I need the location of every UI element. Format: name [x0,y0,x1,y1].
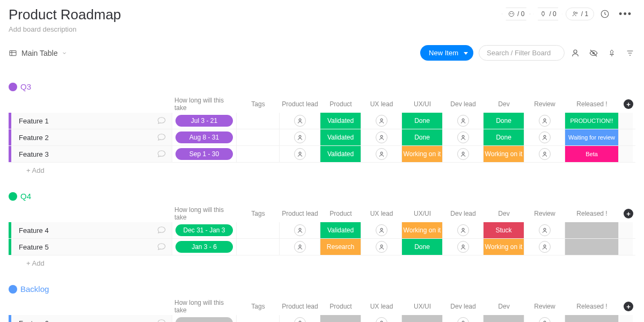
row-name-cell[interactable]: Feature 1 [11,113,172,129]
column-header[interactable]: How long will this take [172,205,237,222]
pin-button[interactable] [606,48,617,58]
filter-button[interactable] [625,48,635,58]
person-cell[interactable] [443,315,484,322]
column-header[interactable]: Tags [237,302,280,311]
status-cell[interactable]: Working on it [484,146,524,162]
status-cell[interactable]: Research [320,239,361,255]
collapse-toggle[interactable] [9,285,17,294]
person-cell[interactable] [524,146,565,162]
item-name[interactable]: Feature 4 [19,226,49,235]
status-cell[interactable]: Validated [320,129,361,145]
item-name[interactable]: Feature 5 [19,243,49,251]
person-cell[interactable] [280,129,320,145]
column-header[interactable]: UX lead [361,209,402,218]
column-header[interactable]: Product lead [280,209,320,218]
board-description[interactable]: Add board description [9,25,635,33]
item-name[interactable]: Feature 1 [19,117,49,125]
group-title[interactable]: Q4 [20,192,31,201]
column-header[interactable]: Review [524,302,565,311]
column-header[interactable]: How long will this take [172,96,237,113]
activity-button[interactable] [597,6,612,21]
person-cell[interactable] [361,129,402,145]
status-cell[interactable] [565,222,619,238]
collapse-toggle[interactable] [9,192,17,201]
person-cell[interactable] [280,239,320,255]
column-header[interactable]: Released ! [565,99,619,109]
row-name-cell[interactable]: Feature 4 [11,222,172,238]
view-selector[interactable]: Main Table [9,49,67,57]
tags-cell[interactable] [237,315,280,322]
duration-cell[interactable]: Sep 1 - 30 [172,146,237,162]
row-name-cell[interactable]: Feature 6 [11,315,172,322]
status-cell[interactable]: Beta [565,146,619,162]
column-header[interactable]: Dev lead [443,209,484,218]
chat-icon[interactable] [157,225,172,236]
status-cell[interactable] [402,315,443,322]
status-cell[interactable] [484,315,524,322]
add-row[interactable]: + Add [9,163,635,178]
duration-cell[interactable]: Jan 3 - 6 [172,239,237,255]
column-header[interactable]: How long will this take [172,298,237,315]
person-filter-button[interactable] [570,48,581,58]
person-cell[interactable] [361,146,402,162]
column-header[interactable]: Dev lead [443,302,484,311]
chat-icon[interactable] [157,132,172,143]
more-menu[interactable]: ••• [616,9,635,20]
tags-cell[interactable] [237,113,280,129]
status-cell[interactable] [565,239,619,255]
tags-cell[interactable] [237,129,280,145]
collapse-toggle[interactable] [9,83,17,91]
person-cell[interactable] [280,113,320,129]
column-header[interactable]: Review [524,209,565,218]
person-cell[interactable] [524,222,565,238]
column-header[interactable]: Product [320,99,361,109]
column-header[interactable]: Dev [484,99,524,109]
column-header[interactable]: Dev [484,302,524,311]
status-cell[interactable]: Done [402,129,443,145]
column-header[interactable]: Released ! [565,302,619,311]
person-cell[interactable] [361,315,402,322]
person-cell[interactable] [361,222,402,238]
members-chip[interactable]: / 1 [566,8,594,20]
item-name[interactable]: Feature 3 [19,150,49,158]
chat-icon[interactable] [157,115,172,127]
column-header[interactable]: Released ! [565,209,619,218]
duration-cell[interactable]: Dec 31 - Jan 3 [172,222,237,238]
status-cell[interactable]: Working on it [484,239,524,255]
duration-cell[interactable]: Aug 8 - 31 [172,129,237,145]
column-header[interactable]: UX lead [361,302,402,311]
column-header[interactable]: Review [524,99,565,109]
tags-cell[interactable] [237,239,280,255]
person-cell[interactable] [443,113,484,129]
person-cell[interactable] [280,315,320,322]
column-header[interactable]: Product [320,302,361,311]
row-name-cell[interactable]: Feature 3 [11,146,172,162]
chat-icon[interactable] [157,149,172,160]
column-header[interactable]: Product lead [280,99,320,109]
status-cell[interactable]: Stuck [484,222,524,238]
chat-icon[interactable] [157,318,172,323]
column-header[interactable]: Dev lead [443,99,484,109]
status-cell[interactable]: Validated [320,113,361,129]
status-cell[interactable]: Done [402,239,443,255]
person-cell[interactable] [280,222,320,238]
column-header[interactable]: Product [320,209,361,218]
tags-cell[interactable] [237,146,280,162]
add-column-button[interactable]: + [622,302,635,311]
item-name[interactable]: Feature 2 [19,134,49,142]
person-cell[interactable] [443,146,484,162]
column-header[interactable]: Product lead [280,302,320,311]
status-cell[interactable]: Done [484,129,524,145]
column-header[interactable]: Tags [237,99,280,109]
chat-icon[interactable] [157,241,172,253]
column-header[interactable]: UX/UI [402,302,443,311]
group-title[interactable]: Backlog [20,284,49,294]
add-row[interactable]: + Add [9,255,635,270]
person-cell[interactable] [443,129,484,145]
person-cell[interactable] [280,146,320,162]
column-header[interactable]: UX/UI [402,99,443,109]
search-input[interactable] [479,45,565,61]
tags-cell[interactable] [237,222,280,238]
person-cell[interactable] [443,222,484,238]
column-header[interactable]: UX/UI [402,209,443,218]
